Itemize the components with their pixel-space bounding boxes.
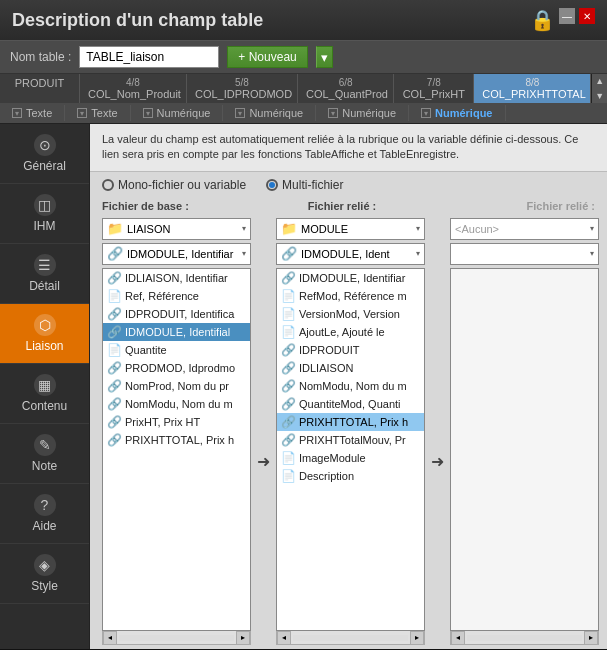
list-item[interactable]: 🔗PRIXHTTOTAL, Prix h: [103, 431, 250, 449]
list-item[interactable]: 🔗PRIXHTTotalMouv, Pr: [277, 431, 424, 449]
new-button-label: + Nouveau: [238, 50, 296, 64]
list-item[interactable]: 🔗IDLIAISON: [277, 359, 424, 377]
list-item[interactable]: 🔗IDPRODUIT: [277, 341, 424, 359]
fichier-relie-right-value: <Aucun>: [455, 223, 586, 235]
list-item-text: PRODMOD, Idprodmo: [125, 362, 235, 374]
coltype-arrow-0[interactable]: ▾: [12, 108, 22, 118]
list-item[interactable]: 📄ImageModule: [277, 449, 424, 467]
list-item[interactable]: 🔗NomModu, Nom du m: [277, 377, 424, 395]
list-item[interactable]: 📄Quantite: [103, 341, 250, 359]
new-dropdown-button[interactable]: ▾: [316, 46, 333, 68]
list-item[interactable]: 🔗PRODMOD, Idprodmo: [103, 359, 250, 377]
list-item[interactable]: 🔗PRIXHTTOTAL, Prix h: [277, 413, 424, 431]
right-rubrique-dropdown[interactable]: ▾: [450, 243, 599, 265]
col-tab-2[interactable]: 5/8 COL_IDPRODMOD: [187, 74, 298, 103]
col-tab-produit[interactable]: PRODUIT: [0, 74, 80, 103]
col-tab-5[interactable]: 8/8 COL_PRIXHTTOTAL: [474, 74, 591, 103]
right-list-box[interactable]: [450, 268, 599, 631]
list-item-icon: 🔗: [281, 379, 296, 393]
sidebar-item-general[interactable]: ⊙ Général: [0, 124, 89, 184]
col-tab-3[interactable]: 6/8 COL_QuantProd: [298, 74, 394, 103]
col-tab-4[interactable]: 7/8 COL_PrixHT: [394, 74, 474, 103]
arrow-mid-right: ➜: [431, 218, 444, 645]
list-item[interactable]: 🔗QuantiteMod, Quanti: [277, 395, 424, 413]
left-rubrique-dropdown[interactable]: 🔗 IDMODULE, Identifiar ▾: [102, 243, 251, 265]
right-hscroll-right[interactable]: ▸: [584, 631, 598, 645]
list-item[interactable]: 🔗IDPRODUIT, Identifica: [103, 305, 250, 323]
column-tabs-row: PRODUIT 4/8 COL_Nom_Produit 5/8 COL_IDPR…: [0, 74, 607, 103]
fichier-relie-arrow: ▾: [416, 224, 420, 233]
ihm-icon: ◫: [34, 194, 56, 216]
sidebar-label-note: Note: [32, 459, 57, 473]
col-scroll-up[interactable]: ▲: [592, 74, 607, 89]
sidebar-item-liaison[interactable]: ⬡ Liaison: [0, 304, 89, 364]
middle-rubrique-icon: 🔗: [281, 246, 297, 261]
left-hscroll-left[interactable]: ◂: [103, 631, 117, 645]
coltype-arrow-4[interactable]: ▾: [328, 108, 338, 118]
aide-icon: ?: [34, 494, 56, 516]
arrow-left-mid: ➜: [257, 218, 270, 645]
close-button[interactable]: ✕: [579, 8, 595, 24]
sidebar-item-aide[interactable]: ? Aide: [0, 484, 89, 544]
list-item-icon: 🔗: [107, 361, 122, 375]
right-hscroll-left[interactable]: ◂: [451, 631, 465, 645]
middle-hscroll-right[interactable]: ▸: [410, 631, 424, 645]
list-item[interactable]: 🔗NomModu, Nom du m: [103, 395, 250, 413]
radio-multi[interactable]: Multi-fichier: [266, 178, 343, 192]
col-scroll-down[interactable]: ▼: [592, 89, 607, 104]
list-item-icon: 🔗: [281, 271, 296, 285]
three-columns: 📁 LIAISON ▾ 🔗 IDMODULE, Identifiar ▾ 🔗ID…: [90, 214, 607, 649]
sidebar-item-contenu[interactable]: ▦ Contenu: [0, 364, 89, 424]
list-item-text: Description: [299, 470, 354, 482]
coltype-arrow-3[interactable]: ▾: [235, 108, 245, 118]
sidebar-item-note[interactable]: ✎ Note: [0, 424, 89, 484]
sidebar-item-style[interactable]: ◈ Style: [0, 544, 89, 604]
coltype-arrow-2[interactable]: ▾: [143, 108, 153, 118]
radio-multi-label: Multi-fichier: [282, 178, 343, 192]
radio-mono[interactable]: Mono-fichier ou variable: [102, 178, 246, 192]
minimize-button[interactable]: —: [559, 8, 575, 24]
list-item[interactable]: 🔗IDMODULE, Identifial: [103, 323, 250, 341]
sidebar-label-aide: Aide: [32, 519, 56, 533]
middle-rubrique-dropdown[interactable]: 🔗 IDMODULE, Ident ▾: [276, 243, 425, 265]
list-item-text: VersionMod, Version: [299, 308, 400, 320]
list-item-text: PRIXHTTOTAL, Prix h: [299, 416, 408, 428]
coltype-1: ▾ Texte: [65, 105, 130, 121]
sidebar-item-ihm[interactable]: ◫ IHM: [0, 184, 89, 244]
sidebar-item-detail[interactable]: ☰ Détail: [0, 244, 89, 304]
coltype-arrow-1[interactable]: ▾: [77, 108, 87, 118]
list-item[interactable]: 🔗PrixHT, Prix HT: [103, 413, 250, 431]
list-item-text: IDMODULE, Identifial: [125, 326, 230, 338]
fichier-relie-dropdown[interactable]: 📁 MODULE ▾: [276, 218, 425, 240]
list-item-text: QuantiteMod, Quanti: [299, 398, 401, 410]
new-button[interactable]: + Nouveau: [227, 46, 307, 68]
coltype-arrow-5[interactable]: ▾: [421, 108, 431, 118]
left-hscroll-right[interactable]: ▸: [236, 631, 250, 645]
nom-table-input[interactable]: [79, 46, 219, 68]
middle-list-box[interactable]: 🔗IDMODULE, Identifiar📄RefMod, Référence …: [276, 268, 425, 631]
fichier-base-label: Fichier de base :: [102, 200, 242, 212]
list-item[interactable]: 📄AjoutLe, Ajouté le: [277, 323, 424, 341]
list-item-text: RefMod, Référence m: [299, 290, 407, 302]
fichier-relie-right-dropdown[interactable]: <Aucun> ▾: [450, 218, 599, 240]
fichier-base-dropdown[interactable]: 📁 LIAISON ▾: [102, 218, 251, 240]
content-area: La valeur du champ est automatiquement r…: [90, 124, 607, 649]
col-tab-1[interactable]: 4/8 COL_Nom_Produit: [80, 74, 187, 103]
middle-hscroll-track: [293, 635, 408, 641]
list-item-icon: 🔗: [281, 343, 296, 357]
left-column: 📁 LIAISON ▾ 🔗 IDMODULE, Identifiar ▾ 🔗ID…: [102, 218, 251, 645]
list-item-text: IDMODULE, Identifiar: [299, 272, 405, 284]
list-item[interactable]: 🔗NomProd, Nom du pr: [103, 377, 250, 395]
list-item[interactable]: 📄Description: [277, 467, 424, 485]
left-list-box[interactable]: 🔗IDLIAISON, Identifiar📄Ref, Référence🔗ID…: [102, 268, 251, 631]
list-item[interactable]: 📄Ref, Référence: [103, 287, 250, 305]
list-item[interactable]: 🔗IDMODULE, Identifiar: [277, 269, 424, 287]
list-item-icon: 📄: [281, 451, 296, 465]
list-item[interactable]: 🔗IDLIAISON, Identifiar: [103, 269, 250, 287]
list-item-icon: 🔗: [281, 361, 296, 375]
list-item[interactable]: 📄RefMod, Référence m: [277, 287, 424, 305]
radio-mono-circle: [102, 179, 114, 191]
left-hscroll-track: [119, 635, 234, 641]
middle-hscroll-left[interactable]: ◂: [277, 631, 291, 645]
list-item[interactable]: 📄VersionMod, Version: [277, 305, 424, 323]
